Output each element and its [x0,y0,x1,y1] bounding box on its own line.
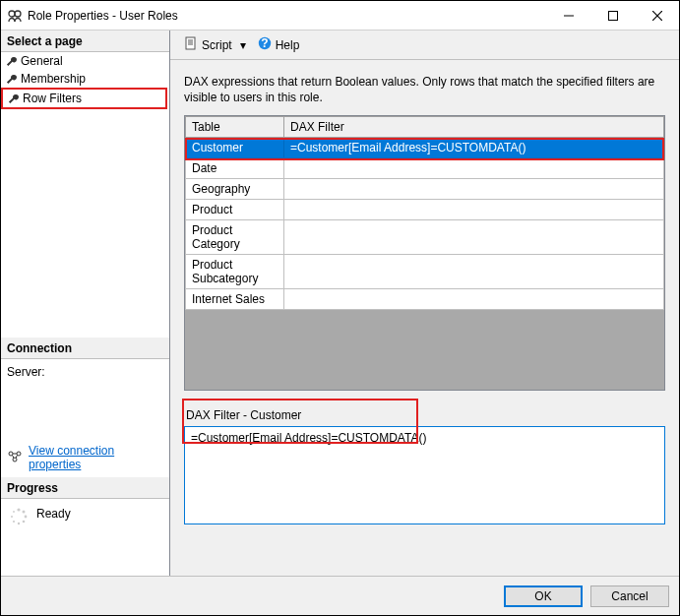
dax-filter-label: DAX Filter - Customer [184,404,303,426]
progress-header: Progress [1,477,169,499]
svg-rect-3 [608,11,617,20]
svg-rect-20 [186,37,195,49]
page-label: Row Filters [23,92,82,105]
cell-filter[interactable] [284,289,664,310]
svg-point-13 [23,511,26,514]
svg-line-10 [16,455,18,458]
cell-filter[interactable] [284,220,664,255]
table-row[interactable]: Date [186,158,664,179]
svg-point-12 [17,508,20,511]
table-row[interactable]: Product Subcategory [186,255,664,289]
svg-line-9 [13,455,15,458]
table-row[interactable]: Product [186,200,664,220]
svg-point-1 [15,11,21,17]
dropdown-icon: ▾ [240,38,246,52]
dax-filter-editor[interactable] [184,426,665,524]
page-label: General [21,54,63,68]
wrench-icon [5,56,17,67]
close-button[interactable] [635,1,679,30]
dialog-footer: OK Cancel [1,576,679,615]
table-row[interactable]: Product Category [186,220,664,255]
wrench-icon [7,93,19,104]
svg-point-16 [18,523,20,524]
svg-point-17 [13,521,15,523]
cell-filter[interactable] [284,255,664,289]
column-header-table[interactable]: Table [186,117,284,138]
cell-table[interactable]: Customer [186,138,284,158]
cell-filter[interactable] [284,158,664,179]
content-area: Script ▾ ? Help DAX expressions that ret… [170,31,679,576]
page-list: General Membership Row Filters [1,52,169,338]
select-page-header: Select a page [1,31,169,52]
page-label: Membership [21,72,86,86]
maximize-button[interactable] [590,1,635,30]
svg-point-15 [23,521,26,524]
svg-text:?: ? [261,36,268,50]
svg-point-0 [9,11,15,17]
page-row-filters[interactable]: Row Filters [1,88,167,109]
table-row[interactable]: Internet Sales [186,289,664,310]
toolbar: Script ▾ ? Help [170,31,679,60]
filter-grid[interactable]: Table DAX Filter Customer=Customer[Email… [184,115,665,391]
minimize-button[interactable] [546,1,590,30]
progress-status: Ready [36,507,71,521]
svg-point-7 [17,452,21,456]
table-row[interactable]: Geography [186,179,664,200]
cell-table[interactable]: Product [186,200,284,220]
help-icon: ? [258,36,272,53]
svg-point-18 [11,516,13,518]
cell-table[interactable]: Geography [186,179,284,200]
help-label: Help [276,38,300,52]
cell-table[interactable]: Date [186,158,284,179]
connection-icon [7,449,23,467]
help-button[interactable]: ? Help [254,34,304,55]
sidebar: Select a page General Membership Row [1,31,170,576]
svg-point-14 [25,516,28,519]
column-header-filter[interactable]: DAX Filter [284,117,664,138]
cell-table[interactable]: Product Category [186,220,284,255]
page-general[interactable]: General [1,52,169,70]
ok-button[interactable]: OK [504,585,583,607]
dialog-window: Role Properties - User Roles Select a pa… [0,0,680,616]
app-icon [7,8,23,24]
cell-table[interactable]: Internet Sales [186,289,284,310]
cancel-button[interactable]: Cancel [590,585,669,607]
window-title: Role Properties - User Roles [28,9,546,23]
cell-table[interactable]: Product Subcategory [186,255,284,289]
titlebar: Role Properties - User Roles [1,1,679,31]
description-text: DAX expressions that return Boolean valu… [184,74,665,105]
wrench-icon [5,74,17,85]
cell-filter[interactable]: =Customer[Email Address]=CUSTOMDATA() [284,138,664,158]
svg-point-19 [13,511,15,513]
script-icon [184,36,198,53]
page-membership[interactable]: Membership [1,70,169,88]
script-label: Script [202,38,232,52]
script-button[interactable]: Script ▾ [180,34,250,55]
cell-filter[interactable] [284,179,664,200]
svg-point-6 [9,452,13,456]
server-label: Server: [7,365,163,379]
connection-header: Connection [1,338,169,359]
table-row[interactable]: Customer=Customer[Email Address]=CUSTOMD… [186,138,664,158]
cell-filter[interactable] [284,200,664,220]
spinner-icon [9,507,29,526]
view-connection-link[interactable]: View connection properties [29,444,163,471]
